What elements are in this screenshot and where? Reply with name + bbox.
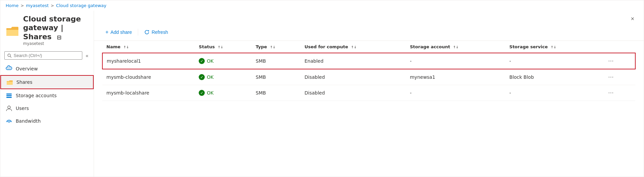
content-header: ×: [94, 11, 644, 24]
sidebar-item-storage-accounts[interactable]: Storage accounts: [0, 89, 94, 102]
sort-icon-name[interactable]: ↑↓: [123, 45, 129, 49]
sidebar-item-shares-label: Shares: [16, 79, 32, 85]
table-row[interactable]: mysharelocal1 ✓ OK SMB Enabled - -: [102, 53, 635, 69]
cell-type: SMB: [252, 53, 300, 69]
status-check-icon: ✓: [199, 90, 205, 96]
cell-compute: Disabled: [300, 69, 406, 85]
nav-items: Overview Shares: [0, 62, 94, 177]
sidebar-item-overview-label: Overview: [16, 66, 38, 71]
col-name: Name ↑↓: [102, 41, 195, 53]
shares-folder-icon: [6, 79, 13, 85]
storage-icon: [6, 92, 12, 99]
toolbar: + Add share Refresh: [94, 24, 644, 41]
cell-storage-account: mynewsa1: [406, 69, 505, 85]
svg-rect-6: [6, 94, 12, 95]
search-input[interactable]: [14, 53, 79, 58]
page-subtitle: myasetest: [23, 41, 88, 46]
sidebar: Cloud storage gateway | Shares ⊟ myasete…: [0, 11, 94, 177]
breadcrumb-home[interactable]: Home: [6, 3, 18, 8]
sort-icon-compute[interactable]: ↑↓: [351, 45, 357, 49]
more-options-button[interactable]: ···: [606, 73, 616, 81]
status-check-icon: ✓: [199, 74, 205, 80]
sidebar-item-overview[interactable]: Overview: [0, 62, 94, 75]
col-used-for-compute: Used for compute ↑↓: [300, 41, 406, 53]
table-row[interactable]: mysmb-localshare ✓ OK SMB Disabled - -: [102, 85, 635, 101]
status-text: OK: [207, 74, 213, 80]
refresh-icon: [144, 30, 150, 35]
cell-storage-account: -: [406, 85, 505, 101]
sort-icon-service[interactable]: ↑↓: [551, 45, 556, 49]
app-container: Home > myasetest > Cloud storage gateway…: [0, 0, 644, 177]
cell-storage-service: -: [505, 53, 602, 69]
sort-icon-type[interactable]: ↑↓: [270, 45, 276, 49]
sidebar-header: Cloud storage gateway | Shares ⊟ myasete…: [0, 11, 94, 49]
col-status: Status ↑↓: [195, 41, 252, 53]
cell-status: ✓ OK: [195, 85, 252, 101]
table-row[interactable]: mysmb-cloudshare ✓ OK SMB Disabled mynew…: [102, 69, 635, 85]
shares-table: Name ↑↓ Status ↑↓ Type ↑↓: [102, 41, 636, 101]
cell-type: SMB: [252, 69, 300, 85]
page-title-block: Cloud storage gateway | Shares ⊟ myasete…: [23, 15, 88, 46]
sidebar-item-bandwidth-label: Bandwidth: [16, 118, 41, 124]
col-actions: [602, 41, 635, 53]
svg-line-3: [10, 56, 11, 58]
content-area: × + Add share Refresh: [94, 11, 644, 177]
svg-point-9: [8, 106, 10, 109]
breadcrumb: Home > myasetest > Cloud storage gateway: [0, 0, 644, 11]
print-icon[interactable]: ⊟: [57, 34, 61, 41]
cell-storage-service: -: [505, 85, 602, 101]
cell-more: ···: [602, 69, 635, 85]
cell-status: ✓ OK: [195, 53, 252, 69]
cell-storage-account: -: [406, 53, 505, 69]
main-layout: Cloud storage gateway | Shares ⊟ myasete…: [0, 11, 644, 177]
collapse-sidebar-button[interactable]: «: [84, 52, 90, 60]
sidebar-item-storage-label: Storage accounts: [16, 93, 57, 98]
status-text: OK: [207, 58, 213, 64]
table-container: Name ↑↓ Status ↑↓ Type ↑↓: [94, 41, 644, 177]
more-options-button[interactable]: ···: [606, 88, 616, 97]
cell-storage-service: Block Blob: [505, 69, 602, 85]
page-title: Cloud storage gateway | Shares ⊟: [23, 15, 88, 41]
sidebar-item-users-label: Users: [16, 106, 29, 111]
cell-status: ✓ OK: [195, 69, 252, 85]
svg-point-2: [8, 54, 10, 56]
cloud-icon: [6, 65, 12, 72]
cell-compute: Disabled: [300, 85, 406, 101]
svg-point-10: [9, 122, 10, 123]
toolbar-separator: [138, 29, 138, 36]
cell-compute: Enabled: [300, 53, 406, 69]
breadcrumb-myasetest[interactable]: myasetest: [26, 3, 49, 8]
folder-icon: [6, 24, 19, 37]
search-icon: [7, 53, 12, 58]
status-text: OK: [207, 90, 213, 96]
breadcrumb-cloud-storage-gateway[interactable]: Cloud storage gateway: [56, 3, 106, 8]
svg-rect-8: [6, 97, 12, 98]
bandwidth-icon: [6, 118, 12, 124]
cell-more: ···: [602, 85, 635, 101]
sort-icon-account[interactable]: ↑↓: [453, 45, 459, 49]
add-share-button[interactable]: + Add share: [102, 27, 135, 37]
col-type: Type ↑↓: [252, 41, 300, 53]
cell-name: mysmb-cloudshare: [102, 69, 195, 85]
sidebar-item-shares[interactable]: Shares: [0, 75, 94, 89]
cell-name: mysmb-localshare: [102, 85, 195, 101]
col-storage-service: Storage service ↑↓: [505, 41, 602, 53]
add-icon: +: [105, 29, 108, 35]
sort-icon-status[interactable]: ↑↓: [217, 45, 223, 49]
sidebar-item-users[interactable]: Users: [0, 102, 94, 115]
table-header-row: Name ↑↓ Status ↑↓ Type ↑↓: [102, 41, 635, 53]
refresh-button[interactable]: Refresh: [141, 27, 171, 37]
close-button[interactable]: ×: [629, 14, 636, 24]
users-icon: [6, 105, 12, 112]
col-storage-account: Storage account ↑↓: [406, 41, 505, 53]
sidebar-item-bandwidth[interactable]: Bandwidth: [0, 115, 94, 127]
cell-name: mysharelocal1: [102, 53, 195, 69]
search-bar-row: «: [0, 49, 94, 62]
cell-type: SMB: [252, 85, 300, 101]
more-options-button[interactable]: ···: [606, 57, 616, 65]
breadcrumb-sep-1: >: [20, 3, 24, 8]
svg-rect-7: [6, 95, 12, 96]
svg-rect-5: [7, 82, 13, 85]
search-box: [4, 51, 82, 60]
breadcrumb-sep-2: >: [51, 3, 54, 8]
